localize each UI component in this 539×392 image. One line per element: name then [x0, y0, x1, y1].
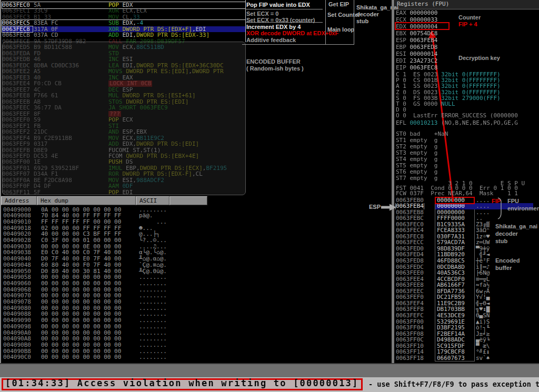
- hexdump-row[interactable]: 0040905800 00 00 00 00 00 00 00........: [1, 274, 243, 280]
- disasm-row[interactable]: 0063FEC8317A 0FXOR DWORD PTR DS:[EDX+F],…: [2, 26, 245, 33]
- flag-line[interactable]: Z 0 DS 0023 32bit 0(FFFFFFFF): [396, 89, 539, 96]
- stack-row[interactable]: 0063FEF0DC21FB59Y√!▄: [394, 294, 539, 300]
- disasm-row[interactable]: 0063FF0FD4 DFAAM 0DF: [2, 183, 245, 189]
- hexdump-row[interactable]: 00409040D0 7F 40 00 E0 7F 40 00╨⌂@.α⌂@.: [1, 256, 243, 262]
- hexdump-row[interactable]: 0040908000 00 00 00 00 00 00 00........: [1, 305, 243, 311]
- disasm-row[interactable]: 0063FEE340INC EAX: [2, 75, 245, 81]
- flag-line[interactable]: A 1 SS 0023 32bit 0(FFFFFFFF): [396, 83, 539, 89]
- register-esi[interactable]: ESI 00000014: [396, 51, 539, 57]
- hexdump-row[interactable]: 00409028C0 3F 00 00 01 00 00 00└?..☺...: [1, 237, 243, 244]
- stack-row[interactable]: 0063FECC579ACD7Az═ÜW: [394, 239, 539, 246]
- disasm-row[interactable]: 0063FEF4B9 C2E911BBMOV ECX,BB11E9C2: [2, 135, 245, 142]
- disasm-row[interactable]: 0063FED5B9 BD11C588MOV ECX,88C511BD: [2, 44, 245, 51]
- disasm-row[interactable]: 0063FF016929 539521BFIMUL EBP,DWORD PTR …: [2, 165, 245, 172]
- stack-row[interactable]: 0063FEF411E9C2B9╣┬Θ◄: [394, 300, 539, 307]
- stack-row[interactable]: 0063FEDC0DCDBA8Dì║═♪: [394, 264, 539, 270]
- disasm-row[interactable]: 0063FEF90317ADD EDX,DWORD PTR DS:[EDI]: [2, 141, 245, 147]
- stack-row[interactable]: 0063FF1806607673sv`♠: [394, 355, 539, 361]
- stack-row[interactable]: 0063FF04D3BF2195ò!┐╙: [394, 325, 539, 331]
- flag-line[interactable]: T 0 GS 0000 NULL: [396, 101, 539, 107]
- stack-row[interactable]: 0063FF08F2BEF14AJ±╛≥: [394, 331, 539, 337]
- flag-line[interactable]: D 0: [396, 107, 539, 113]
- disasm-row[interactable]: 0063FEE4F0:CD CBLOCK INT 0CB: [2, 81, 245, 87]
- hexdump-row[interactable]: 00409050D0 80 40 00 30 81 40 00╨Ç@.0ü@.: [1, 268, 243, 275]
- flag-line[interactable]: O 0 LastErr ERROR_SUCCESS (0000000: [396, 113, 539, 119]
- hexdump-row[interactable]: 004090B000 00 00 00 00 00 00 00........: [1, 342, 243, 348]
- hexdump-row[interactable]: 004090C000 00 00 00 00 00 00 00........: [1, 354, 243, 360]
- flag-line[interactable]: P 0 CS 001B 32bit 0(FFFFFFFF): [396, 77, 539, 84]
- disasm-row[interactable]: 0063FECB037A CDADD EDI,DWORD PTR DS:[EDX…: [2, 32, 245, 38]
- stack-row[interactable]: 0063FEFC4E53DCE9Θ▄SN: [394, 313, 539, 319]
- fpu-register-line[interactable]: ST5 empty g: [396, 163, 539, 169]
- disasm-row[interactable]: 0063FEEBABSTOS DWORD PTR ES:[EDI]: [2, 99, 245, 105]
- hexdump-row[interactable]: 0040901802 00 00 00 FF FF FF FF☻...: [1, 225, 243, 232]
- stack-row[interactable]: 0063FF14179CBCF8°╝£↨: [394, 349, 539, 355]
- register-ebx[interactable]: EBX 00754DC8: [396, 31, 539, 37]
- register-ebp[interactable]: EBP 0063FED8: [396, 44, 539, 51]
- flag-line[interactable]: C 1 ES 0023 32bit 0(FFFFFFFF): [396, 72, 539, 78]
- hexdump-row[interactable]: 0040903000 00 00 00 0E 00 00 00....♫...: [1, 244, 243, 250]
- register-edx[interactable]: EDX 00000004: [396, 24, 539, 30]
- stack-row[interactable]: 0063FEE040A536C3├6Ñ@: [394, 270, 539, 276]
- disasm-row[interactable]: 0063FEDB46INC ESI: [2, 56, 245, 63]
- fpu-register-line[interactable]: ST0 bad +NaN: [396, 131, 539, 137]
- disasm-row[interactable]: 0063FEC133C9XOR ECX,ECX: [2, 8, 245, 14]
- fpu-register-line[interactable]: ST6 empty g: [396, 169, 539, 175]
- fpu-register-line[interactable]: ST4 empty g: [396, 156, 539, 163]
- stack-row[interactable]: 0063FEE8AB6166F7≈fa½: [394, 282, 539, 288]
- hexdump-header-ascii[interactable]: ASCII: [136, 196, 169, 205]
- hexdump-row[interactable]: 00409010FF FF FF FF FF 00 00 00 ...: [1, 219, 243, 225]
- hexdump-row[interactable]: 004090000A 00 00 00 00 00 00 00........: [1, 207, 243, 213]
- stack-row[interactable]: 0063FF005329691E▲i)S: [394, 319, 539, 325]
- hexdump-row[interactable]: 0040906000 00 00 00 00 00 00 00........: [1, 280, 243, 287]
- disasm-row[interactable]: 0063FEF059POP ECX: [2, 117, 245, 123]
- disasm-row[interactable]: 0063FECE9A 57DF39D8 982CALL FAR 2098:D83…: [2, 38, 245, 45]
- fpu-register-line[interactable]: ST1 empty g: [396, 137, 539, 144]
- disasm-row[interactable]: 0063FEE8F766 61MUL DWORD PTR DS:[ESI+61]: [2, 93, 245, 99]
- register-edi[interactable]: EDI 23A273C2: [396, 58, 539, 64]
- register-eip[interactable]: EIP 0063FEC8: [396, 65, 539, 71]
- hexdump-row[interactable]: 0040900870 84 40 00 FF FF FF FFpä@.: [1, 213, 243, 219]
- disasm-row[interactable]: 0063FEC05APOP EDX: [2, 2, 245, 8]
- hexdump-row[interactable]: 0040907800 00 00 00 00 00 00 00........: [1, 299, 243, 305]
- disasm-row[interactable]: 0063FEF1FBSTI: [2, 123, 245, 129]
- disasm-row[interactable]: 0063FEE74CDEC ESP: [2, 87, 245, 93]
- stack-row[interactable]: 0063FEEC8FDA77366w┌Å: [394, 288, 539, 295]
- register-fcw[interactable]: FCW 037F Prec NEAR,64 Mask 1 1: [396, 190, 539, 197]
- disasm-row[interactable]: 0063FF0ABE F2DC8A98MOV ESI,988ADCF2: [2, 177, 245, 184]
- fpu-register-line[interactable]: ST3 empty g: [396, 150, 539, 156]
- flag-line[interactable]: S 0 FS 003B 32bit 279000(FFF): [396, 95, 539, 102]
- hexdump-row[interactable]: 0040909000 00 00 00 00 00 00 00........: [1, 317, 243, 324]
- disasm-row[interactable]: 0063FEDC8DBA CD0DC336LEA EDI,DWORD PTR D…: [2, 63, 245, 69]
- hexdump-row[interactable]: 0040908800 00 00 00 00 00 00 00........: [1, 311, 243, 317]
- hexdump-row[interactable]: 0040904860 80 40 00 F0 7F 40 00`Ç@.≡⌂@.: [1, 262, 243, 268]
- disasm-row[interactable]: 0063FEEC36:77 DAJA SHORT 0063FEC9: [2, 105, 245, 111]
- register-esp[interactable]: ESP 0063FEB4: [396, 37, 539, 44]
- disasm-row[interactable]: 0063FEF221DCAND ESP,EBX: [2, 129, 245, 135]
- disasm-row[interactable]: 0063FEC3B1 33MOV CL,33: [2, 14, 245, 21]
- hexdump-row[interactable]: 00409038E0 C0 40 00 C0 7F 40 00α└@.└⌂@.: [1, 249, 243, 256]
- hexdump-header-hex[interactable]: Hex dump: [37, 196, 136, 205]
- fpu-register-line[interactable]: ST2 empty g: [396, 144, 539, 150]
- hexdump-header-address[interactable]: Address: [1, 196, 37, 205]
- stack-row[interactable]: 0063FEBCFFFF0000..: [394, 215, 539, 222]
- stack-row[interactable]: 0063FED098D839DF▀9╪ÿ: [394, 246, 539, 252]
- stack-row[interactable]: 0063FF105C915FDF▀_æ\: [394, 343, 539, 349]
- register-eax[interactable]: EAX 00000000: [396, 10, 539, 16]
- hexdump-row[interactable]: 004090A000 00 00 00 00 00 00 00........: [1, 330, 243, 336]
- hexdump-row[interactable]: 0040907000 00 00 00 00 00 00 00........: [1, 293, 243, 299]
- disasm-row[interactable]: 0063FEC583EA FCSUB EDX,-4: [2, 20, 245, 26]
- disasm-row[interactable]: 0063FEEF8F???: [2, 111, 245, 117]
- stack-row[interactable]: 0063FEE44CCBCDF0≡═╦L: [394, 276, 539, 283]
- disasm-row[interactable]: 0063FF115FPOP EDI: [2, 189, 245, 196]
- disasm-row[interactable]: 0063FEE2A5MOVS DWORD PTR ES:[EDI],DWORD …: [2, 68, 245, 75]
- disasm-row[interactable]: 0063FF07D34A F1ROR DWORD PTR DS:[EDX-F],…: [2, 171, 245, 177]
- disasm-row[interactable]: 0063FF001EPUSH DS: [2, 159, 245, 165]
- disasm-row[interactable]: 0063FEFDDC53 4EFCOM QWORD PTR DS:[EBX+4E…: [2, 153, 245, 159]
- hexdump-row[interactable]: 0040902040 00 00 00 C3 BF FF FF@...├┐: [1, 231, 243, 237]
- hexdump-row[interactable]: 004090B800 00 00 00 00 00 00 00........: [1, 348, 243, 355]
- register-ecx[interactable]: ECX 00000033: [396, 17, 539, 23]
- hexdump-row[interactable]: 004090A800 00 00 00 00 00 00 00........: [1, 336, 243, 342]
- hexdump-row[interactable]: 0040906800 00 00 00 00 00 00 00........: [1, 287, 243, 293]
- stack-row[interactable]: 0063FEF8DB1703BB╗♥↨█: [394, 306, 539, 313]
